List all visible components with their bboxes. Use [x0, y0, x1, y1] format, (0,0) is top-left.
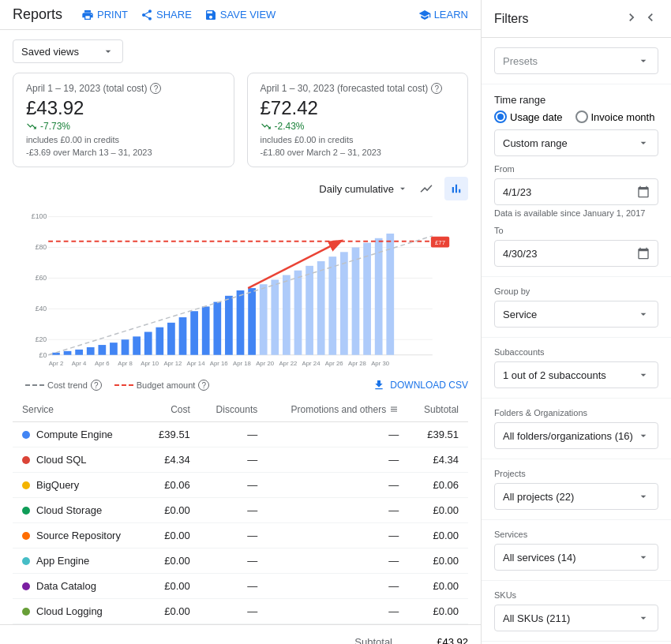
collapse-filters-button[interactable]	[624, 9, 658, 28]
table-row: BigQuery £0.06 — — £0.06	[13, 473, 468, 498]
subtotal-cell: £0.00	[408, 599, 468, 624]
svg-text:Apr 30: Apr 30	[371, 360, 390, 367]
service-dot	[22, 456, 30, 464]
invoice-month-radio[interactable]: Invoice month	[575, 110, 655, 123]
legend-cost-trend: Cost trend ?	[25, 380, 102, 391]
share-button[interactable]: SHARE	[141, 9, 192, 21]
subtotal-label: Subtotal	[354, 636, 392, 644]
services-section: Services All services (14)	[482, 520, 671, 581]
table-container: Service Cost Discounts Promotions and ot…	[0, 398, 481, 624]
stat-change-1: -7.73%	[26, 121, 221, 132]
svg-rect-15	[87, 347, 95, 355]
svg-rect-24	[190, 311, 198, 354]
svg-rect-26	[213, 302, 221, 355]
from-section: From 4/1/23 Data is available since Janu…	[494, 164, 658, 218]
discounts-cell: —	[200, 549, 267, 574]
svg-rect-21	[156, 328, 163, 355]
chevron-down-folders	[637, 429, 650, 442]
help-icon-1[interactable]: ?	[150, 83, 161, 94]
svg-text:Apr 18: Apr 18	[233, 360, 251, 367]
subtotal-row: Subtotal £43.92	[13, 635, 468, 644]
print-button[interactable]: PRINT	[81, 9, 128, 21]
svg-text:£60: £60	[36, 274, 47, 282]
chevron-down-subaccounts	[637, 369, 650, 381]
service-dot	[22, 557, 30, 565]
projects-dropdown[interactable]: All projects (22)	[494, 483, 658, 510]
table-header-row: Service Cost Discounts Promotions and ot…	[13, 398, 468, 422]
promotions-cell: —	[267, 498, 408, 523]
folders-dropdown[interactable]: All folders/organizations (16)	[494, 422, 658, 449]
promotions-cell: —	[267, 574, 408, 599]
stat-value-2: £72.42	[261, 97, 455, 119]
help-icon-2[interactable]: ?	[431, 83, 442, 94]
sort-icon[interactable]	[389, 405, 399, 414]
service-cell: Data Catalog	[13, 574, 144, 599]
svg-rect-25	[202, 306, 210, 354]
svg-rect-18	[122, 339, 129, 354]
svg-text:Apr 4: Apr 4	[72, 360, 87, 367]
skus-section: SKUs All SKUs (211)	[482, 581, 671, 642]
svg-rect-34	[306, 266, 313, 355]
service-cell: Cloud Logging	[13, 599, 144, 624]
col-subtotal: Subtotal	[408, 398, 468, 422]
line-chart-button[interactable]	[414, 177, 438, 200]
stat-card-actual: April 1 – 19, 2023 (total cost) ? £43.92…	[13, 73, 234, 167]
subaccounts-section: Subaccounts 1 out of 2 subaccounts	[482, 338, 671, 399]
discounts-cell: —	[200, 498, 267, 523]
saved-views-dropdown[interactable]: Saved views	[13, 39, 123, 63]
service-cell: App Engine	[13, 549, 144, 574]
bar-chart-button[interactable]	[444, 177, 468, 200]
help-icon-trend[interactable]: ?	[91, 380, 102, 391]
subtotal-cell: £0.00	[408, 549, 468, 574]
skus-dropdown[interactable]: All SKUs (211)	[494, 605, 658, 631]
svg-rect-17	[110, 343, 118, 355]
service-cell: Source Repository	[13, 523, 144, 549]
save-view-button[interactable]: SAVE VIEW	[204, 9, 276, 21]
services-dropdown[interactable]: All services (14)	[494, 544, 658, 571]
presets-dropdown[interactable]: Presets	[494, 47, 658, 74]
svg-text:Apr 14: Apr 14	[187, 360, 206, 367]
svg-rect-32	[283, 275, 291, 355]
from-date-input[interactable]: 4/1/23	[494, 178, 658, 205]
trend-down-icon-2	[261, 121, 272, 132]
usage-date-radio[interactable]: Usage date	[494, 110, 563, 123]
table-row: Source Repository £0.00 — — £0.00	[13, 523, 468, 549]
collapse-icon	[624, 9, 639, 25]
presets-section: Presets	[482, 38, 671, 84]
learn-button[interactable]: LEARN	[418, 9, 468, 21]
filters-title: Filters	[494, 12, 529, 26]
to-section: To 4/30/23	[494, 226, 658, 267]
svg-rect-14	[75, 350, 83, 355]
cost-cell: £39.51	[144, 422, 200, 447]
discounts-cell: —	[200, 422, 267, 447]
bar-chart-icon	[449, 182, 463, 196]
service-dot	[22, 582, 30, 590]
stat-card-forecast: April 1 – 30, 2023 (forecasted total cos…	[247, 73, 469, 167]
subtotal-value: £43.92	[405, 636, 468, 644]
to-date-input[interactable]: 4/30/23	[494, 240, 658, 267]
cost-cell: £0.06	[144, 473, 200, 498]
custom-range-dropdown[interactable]: Custom range	[494, 129, 658, 156]
cost-cell: £0.00	[144, 599, 200, 624]
subaccounts-dropdown[interactable]: 1 out of 2 subaccounts	[494, 361, 658, 388]
stat-value-1: £43.92	[26, 97, 221, 119]
svg-text:Apr 8: Apr 8	[118, 360, 133, 367]
svg-text:Apr 26: Apr 26	[325, 360, 343, 367]
page-title: Reports	[13, 6, 62, 23]
table-body: Compute Engine £39.51 — — £39.51 Cloud S…	[13, 422, 468, 624]
chart-view-selector[interactable]: Daily cumulative	[319, 183, 408, 195]
group-by-dropdown[interactable]: Service	[494, 301, 658, 328]
folders-section: Folders & Organizations All folders/orga…	[482, 399, 671, 459]
subtotal-cell: £4.34	[408, 447, 468, 473]
subtotal-cell: £0.00	[408, 498, 468, 523]
save-icon	[204, 9, 217, 21]
main-chart: £100 £80 £60 £40 £20 £0	[25, 207, 455, 373]
discounts-cell: —	[200, 574, 267, 599]
chevron-down-services	[637, 551, 650, 564]
help-icon-budget[interactable]: ?	[198, 380, 209, 391]
svg-rect-30	[260, 284, 268, 355]
table-row: Cloud Storage £0.00 — — £0.00	[13, 498, 468, 523]
promotions-cell: —	[267, 447, 408, 473]
promotions-cell: —	[267, 549, 408, 574]
svg-text:Apr 10: Apr 10	[141, 360, 159, 367]
